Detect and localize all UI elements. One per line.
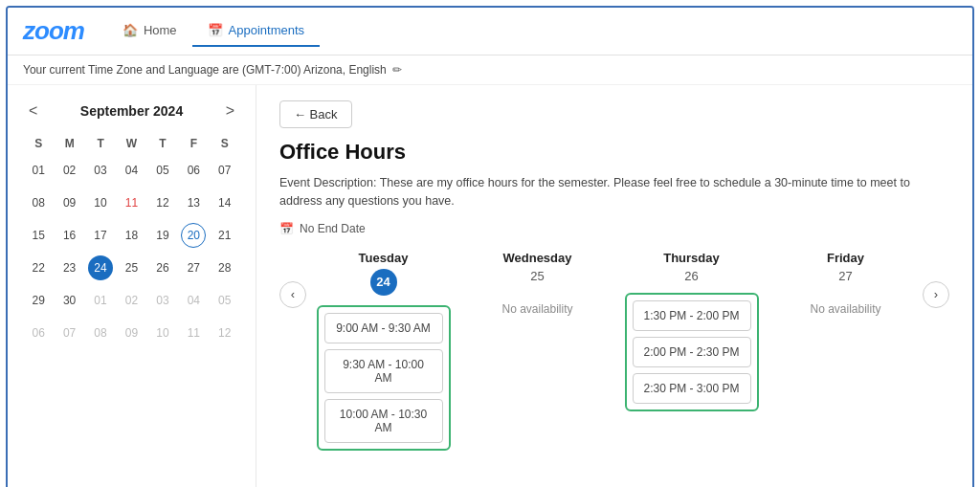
calendar-month-title: September 2024 [80, 103, 183, 119]
calendar-day[interactable]: 20 [178, 219, 209, 252]
time-slot[interactable]: 2:30 PM - 3:00 PM [633, 373, 751, 404]
calendar-day[interactable]: 05 [210, 284, 240, 317]
day-header-t1: T [85, 133, 116, 154]
day-header-s2: S [210, 133, 240, 154]
main-content: < September 2024 > S M T W T F S [8, 85, 972, 487]
calendar-day[interactable]: 14 [210, 187, 240, 219]
calendar-icon: 📅 [279, 222, 294, 235]
calendar-day[interactable]: 24 [85, 252, 116, 284]
calendar-grid: S M T W T F S 01020304050607080910111213… [23, 133, 240, 349]
calendar-week-0: 01020304050607 [23, 154, 240, 187]
back-button[interactable]: ← Back [279, 100, 352, 128]
calendar-day[interactable]: 10 [147, 317, 178, 349]
day-name-thursday: Thursday [663, 251, 720, 265]
time-slots-wrapper: 1:30 PM - 2:00 PM2:00 PM - 2:30 PM2:30 P… [625, 293, 759, 411]
time-slots-wrapper: 9:00 AM - 9:30 AM9:30 AM - 10:00 AM10:00… [317, 305, 451, 451]
calendar-day[interactable]: 02 [54, 154, 84, 187]
calendar-day[interactable]: 05 [147, 154, 178, 187]
calendar-day[interactable]: 06 [23, 317, 54, 349]
calendar-day[interactable]: 11 [116, 187, 146, 219]
calendar-prev-btn[interactable]: < [23, 100, 43, 122]
schedule-next-btn[interactable]: › [923, 281, 949, 308]
calendar-day[interactable]: 29 [23, 284, 54, 317]
tab-appointments[interactable]: 📅 Appointments [192, 15, 321, 47]
time-slot[interactable]: 1:30 PM - 2:00 PM [633, 300, 751, 331]
calendar-week-1: 08091011121314 [23, 187, 240, 219]
calendar-day[interactable]: 17 [85, 219, 116, 252]
day-header-w: W [116, 133, 146, 154]
calendar-day[interactable]: 08 [85, 317, 116, 349]
calendar-body: 0102030405060708091011121314151617181920… [23, 154, 240, 349]
calendar-day[interactable]: 18 [116, 219, 146, 252]
calendar-day[interactable]: 28 [210, 252, 240, 284]
header: zoom 🏠 Home 📅 Appointments [8, 8, 972, 55]
timezone-text: Your current Time Zone and Language are … [23, 63, 387, 77]
timezone-bar: Your current Time Zone and Language are … [8, 55, 972, 85]
day-header-m: M [54, 133, 84, 154]
nav-tabs: 🏠 Home 📅 Appointments [107, 15, 320, 47]
no-end-date: 📅 No End Date [279, 222, 949, 235]
calendar-day[interactable]: 12 [210, 317, 240, 349]
calendar-week-2: 15161718192021 [23, 219, 240, 252]
calendar-day[interactable]: 07 [210, 154, 240, 187]
day-name-friday: Friday [827, 251, 864, 265]
calendar-day[interactable]: 23 [54, 252, 84, 284]
day-header-s1: S [23, 133, 54, 154]
calendar-next-btn[interactable]: > [220, 100, 240, 122]
day-number-badge: 24 [370, 269, 397, 296]
day-column-wednesday: Wednesday25No availability [460, 251, 614, 451]
schedule-area: ‹ Tuesday249:00 AM - 9:30 AM9:30 AM - 10… [279, 251, 949, 451]
calendar-day[interactable]: 30 [54, 284, 84, 317]
edit-icon[interactable]: ✏ [392, 63, 402, 77]
calendar-day[interactable]: 19 [147, 219, 178, 252]
calendar-day[interactable]: 01 [23, 154, 54, 187]
calendar-day[interactable]: 03 [85, 154, 116, 187]
day-header-t2: T [147, 133, 178, 154]
calendar-day[interactable]: 12 [147, 187, 178, 219]
time-slot[interactable]: 2:00 PM - 2:30 PM [633, 337, 751, 367]
event-description: Event Description: These are my office h… [279, 174, 930, 210]
calendar-day[interactable]: 21 [210, 219, 240, 252]
no-availability-label: No availability [501, 302, 572, 316]
schedule-prev-btn[interactable]: ‹ [279, 281, 306, 308]
calendar-day[interactable]: 09 [54, 187, 84, 219]
calendar-day[interactable]: 22 [23, 252, 54, 284]
calendar-day[interactable]: 25 [116, 252, 146, 284]
calendar-day[interactable]: 16 [54, 219, 84, 252]
tab-home-label: Home [144, 23, 177, 37]
calendar-week-5: 06070809101112 [23, 317, 240, 349]
day-column-friday: Friday27No availability [768, 251, 923, 451]
time-slot[interactable]: 9:30 AM - 10:00 AM [324, 349, 443, 393]
calendar-day[interactable]: 01 [85, 284, 116, 317]
calendar-day-headers: S M T W T F S [23, 133, 240, 154]
calendar-day[interactable]: 26 [147, 252, 178, 284]
calendar-day[interactable]: 15 [23, 219, 54, 252]
calendar-day[interactable]: 06 [178, 154, 209, 187]
office-hours-title: Office Hours [279, 140, 949, 165]
calendar-day[interactable]: 07 [54, 317, 84, 349]
calendar-day[interactable]: 04 [178, 284, 209, 317]
calendar-day[interactable]: 09 [116, 317, 146, 349]
time-slot[interactable]: 10:00 AM - 10:30 AM [324, 399, 443, 443]
calendar-day[interactable]: 27 [178, 252, 209, 284]
calendar-week-3: 22232425262728 [23, 252, 240, 284]
no-end-date-label: No End Date [300, 222, 366, 235]
tab-home[interactable]: 🏠 Home [107, 15, 192, 47]
day-number-plain: 27 [838, 269, 852, 283]
appointments-icon: 📅 [208, 23, 223, 37]
day-number-plain: 25 [530, 269, 544, 283]
calendar-sidebar: < September 2024 > S M T W T F S [8, 85, 256, 487]
calendar-day[interactable]: 04 [116, 154, 146, 187]
calendar-day[interactable]: 13 [178, 187, 209, 219]
no-availability-label: No availability [810, 302, 880, 316]
calendar-day[interactable]: 03 [147, 284, 178, 317]
time-slot[interactable]: 9:00 AM - 9:30 AM [324, 313, 443, 343]
right-panel: ← Back Office Hours Event Description: T… [256, 85, 972, 487]
calendar-day[interactable]: 11 [178, 317, 209, 349]
day-column-thursday: Thursday261:30 PM - 2:00 PM2:00 PM - 2:3… [614, 251, 768, 451]
days-container: Tuesday249:00 AM - 9:30 AM9:30 AM - 10:0… [306, 251, 923, 451]
calendar-day[interactable]: 10 [85, 187, 116, 219]
calendar-day[interactable]: 08 [23, 187, 54, 219]
calendar-day[interactable]: 02 [116, 284, 146, 317]
calendar-week-4: 29300102030405 [23, 284, 240, 317]
